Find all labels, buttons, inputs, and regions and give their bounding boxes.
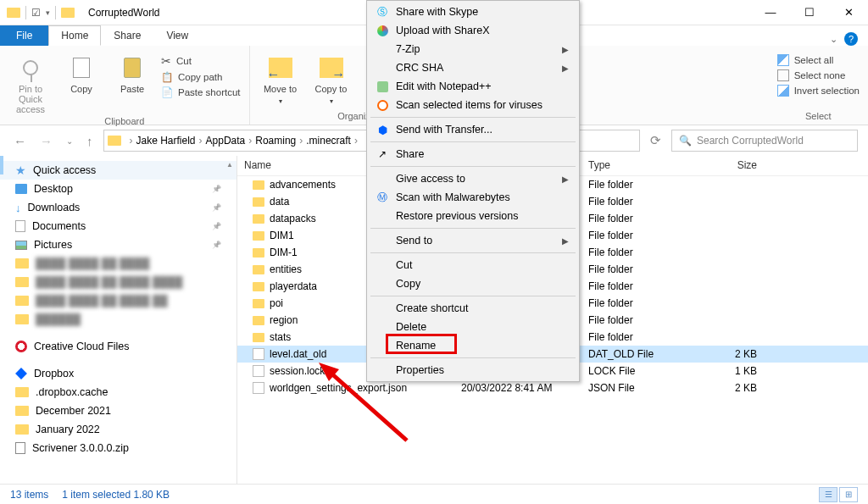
paste-shortcut-button[interactable]: 📄Paste shortcut: [161, 85, 241, 100]
current-folder-icon: [61, 8, 75, 18]
file-name: level.dat_old: [270, 348, 326, 360]
refresh-button[interactable]: ⟳: [647, 130, 665, 152]
recent-dropdown-icon[interactable]: ⌄: [63, 133, 76, 149]
nav-creative-cloud[interactable]: Creative Cloud Files: [0, 337, 236, 356]
nav-desktop[interactable]: Desktop: [0, 180, 236, 198]
window-title: CorruptedWorld: [88, 7, 159, 19]
file-name: data: [270, 196, 289, 208]
nav-downloads[interactable]: ↓Downloads: [0, 198, 236, 217]
breadcrumb: Jake Harfield›: [136, 135, 206, 147]
file-type: File folder: [581, 263, 687, 275]
file-name: stats: [270, 331, 291, 343]
ctx-send-transfer[interactable]: ⬢Send with Transfer...: [369, 120, 577, 139]
ctx-upload-sharex[interactable]: Upload with ShareX: [369, 21, 577, 40]
tab-view[interactable]: View: [153, 25, 201, 46]
file-icon: [253, 348, 264, 360]
up-button[interactable]: ↑: [83, 130, 97, 152]
help-icon[interactable]: ?: [844, 32, 858, 46]
folder-icon: [253, 231, 264, 241]
ctx-share[interactable]: ↗Share: [369, 145, 577, 163]
file-name: DIM1: [270, 230, 294, 241]
view-details-button[interactable]: ☰: [819, 487, 837, 502]
file-size: 2 KB: [687, 348, 764, 360]
cut-button[interactable]: ✂Cut: [161, 53, 241, 69]
folder-icon: [15, 258, 29, 269]
ctx-scan-virus[interactable]: Scan selected items for viruses: [369, 96, 577, 114]
ctx-rename[interactable]: Rename: [369, 336, 577, 355]
ctx-notepad[interactable]: Edit with Notepad++: [369, 77, 577, 96]
clipboard-group-label: Clipboard: [8, 114, 241, 126]
nav-scrivener-zip[interactable]: Scrivener 3.0.0.0.zip: [0, 439, 236, 457]
copy-to-button[interactable]: Copy to▾: [309, 49, 353, 107]
file-row[interactable]: worldgen_settings_export.json20/03/2022 …: [237, 379, 868, 396]
search-placeholder: Search CorruptedWorld: [697, 135, 804, 147]
nav-pictures[interactable]: Pictures: [0, 235, 236, 254]
qa-dropdown-icon[interactable]: ▾: [46, 8, 50, 17]
ctx-copy[interactable]: Copy: [369, 274, 577, 293]
view-icons-button[interactable]: ⊞: [839, 487, 858, 502]
col-size[interactable]: Size: [687, 156, 764, 175]
submenu-arrow-icon: ▶: [562, 174, 569, 184]
quick-access-header[interactable]: ★Quick access: [0, 161, 236, 180]
minimize-button[interactable]: —: [751, 0, 790, 25]
nav-dropbox[interactable]: Dropbox: [0, 364, 236, 383]
file-name: region: [270, 314, 298, 326]
ctx-restore-versions[interactable]: Restore previous versions: [369, 207, 577, 225]
nav-folder-recent[interactable]: ██████: [0, 310, 236, 329]
select-all-button[interactable]: Select all: [777, 53, 860, 68]
move-to-button[interactable]: Move to▾: [259, 49, 303, 107]
invert-selection-button[interactable]: Invert selection: [777, 83, 860, 98]
ctx-share-skype[interactable]: ⓈShare with Skype: [369, 3, 577, 21]
file-type: File folder: [581, 213, 687, 224]
tab-share[interactable]: Share: [101, 25, 153, 46]
tab-file[interactable]: File: [0, 25, 48, 46]
submenu-arrow-icon: ▶: [562, 64, 569, 73]
scissors-icon: ✂: [161, 54, 171, 68]
maximize-button[interactable]: ☐: [790, 0, 829, 25]
file-size: 1 KB: [687, 365, 764, 377]
col-type[interactable]: Type: [581, 156, 687, 175]
close-button[interactable]: ✕: [829, 0, 868, 25]
nav-documents[interactable]: Documents: [0, 217, 236, 235]
file-name: advancements: [270, 179, 336, 191]
downloads-icon: ↓: [15, 202, 21, 214]
folder-icon: [253, 180, 264, 190]
nav-folder-recent[interactable]: ████ ████ ██ ████ ██: [0, 291, 236, 310]
breadcrumb: AppData›: [206, 135, 256, 147]
nav-scroll-up-icon[interactable]: [226, 158, 235, 166]
folder-icon: [253, 333, 264, 342]
pin-quick-access-button[interactable]: Pin to Quick access: [8, 49, 53, 114]
ctx-cut[interactable]: Cut: [369, 256, 577, 274]
copy-button[interactable]: Copy: [59, 49, 103, 94]
ctx-send-to[interactable]: Send to▶: [369, 231, 577, 250]
malwarebytes-icon: Ⓜ: [376, 191, 389, 204]
paste-button[interactable]: Paste: [110, 49, 154, 94]
copy-path-button[interactable]: 📋Copy path: [161, 69, 241, 85]
nav-folder-recent[interactable]: ████ ████ ██ ████ ████: [0, 273, 236, 291]
ctx-7zip[interactable]: 7-Zip▶: [369, 40, 577, 58]
ctx-crc-sha[interactable]: CRC SHA▶: [369, 58, 577, 77]
nav-dropbox-cache[interactable]: .dropbox.cache: [0, 383, 236, 402]
file-type: File folder: [581, 280, 687, 292]
nav-jan-2022[interactable]: January 2022: [0, 420, 236, 439]
back-button[interactable]: ←: [10, 130, 30, 152]
notepad-icon: [376, 80, 389, 93]
nav-dec-2021[interactable]: December 2021: [0, 402, 236, 420]
ctx-delete[interactable]: Delete: [369, 318, 577, 336]
folder-icon: [253, 282, 264, 291]
ctx-give-access[interactable]: Give access to▶: [369, 169, 577, 188]
select-none-button[interactable]: Select none: [777, 68, 860, 83]
nav-folder-recent[interactable]: ████ ████ ██ ████: [0, 254, 236, 273]
ctx-scan-malwarebytes[interactable]: ⓂScan with Malwarebytes: [369, 188, 577, 207]
tab-home[interactable]: Home: [48, 25, 101, 46]
file-type: DAT_OLD File: [581, 348, 687, 360]
ctx-properties[interactable]: Properties: [369, 361, 577, 379]
search-box[interactable]: 🔍 Search CorruptedWorld: [671, 130, 858, 152]
status-bar: 13 items 1 item selected 1.80 KB ☰ ⊞: [0, 484, 868, 504]
forward-button[interactable]: →: [36, 130, 56, 152]
ribbon-collapse-icon[interactable]: ⌄: [830, 34, 837, 45]
star-icon: ★: [15, 163, 26, 177]
zip-icon: [15, 442, 25, 454]
ctx-create-shortcut[interactable]: Create shortcut: [369, 299, 577, 318]
qa-check-icon[interactable]: ☑: [31, 7, 41, 19]
